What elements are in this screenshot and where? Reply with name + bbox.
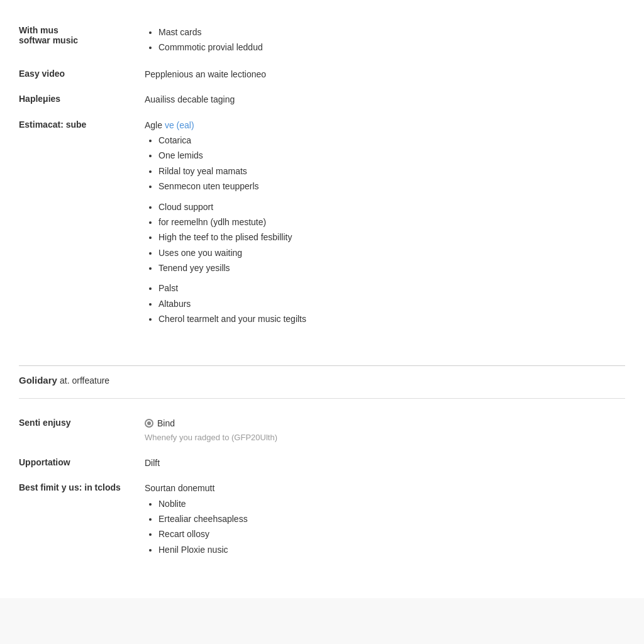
row-haplemuies: Hapleμies Auailiss decable taging — [19, 92, 625, 106]
senti-subtext: Whenefy you radged to (GFP20Ulth) — [145, 431, 625, 445]
list-item: Ertealiar cheehsapless — [158, 512, 625, 526]
section-2: Senti enjusy Bind Whenefy you radged to … — [19, 405, 625, 586]
row-easy-video: Easy video Pepplenious an waite lectione… — [19, 67, 625, 81]
bullets-group-3: Palst Altaburs Cherol tearmelt and your … — [145, 281, 625, 326]
row-senti-enjusy: Senti enjusy Bind Whenefy you radged to … — [19, 416, 625, 445]
bullets-with-mus: Mast cards Commmotic provial leddud — [145, 25, 625, 55]
link-ve[interactable]: ve — [165, 120, 174, 130]
list-item: Altaburs — [158, 297, 625, 311]
radio-label-bind: Bind — [157, 416, 175, 430]
estimacat-intro: Agle ve (eal) — [145, 118, 625, 132]
list-item: Palst — [158, 281, 625, 295]
label-best-fimit: Best fimit y us: in tclods — [19, 481, 145, 492]
bullet-group-2: Cloud support for reemelhn (ydlh mestute… — [145, 200, 625, 275]
radio-bind: Bind — [145, 416, 625, 430]
list-item: Noblite — [158, 497, 625, 511]
section2-header-suffix: at. orffeature — [60, 375, 109, 386]
bullets-best-fimit: Noblite Ertealiar cheehsapless Recart ol… — [145, 497, 625, 557]
value-upportatiow: Dilft — [145, 456, 625, 470]
list-item: for reemelhn (ydlh mestute) — [158, 215, 625, 229]
section2-header: Golidary at. orffeature — [19, 366, 625, 392]
page-container: With mussoftwar music Mast cards Commmot… — [0, 0, 644, 598]
list-item: Senmecon uten teupperls — [158, 179, 625, 193]
value-with-mus: Mast cards Commmotic provial leddud — [145, 24, 625, 56]
list-item: Rildal toy yeal mamats — [158, 164, 625, 178]
list-item: Cherol tearmelt and your music tegilts — [158, 312, 625, 326]
label-senti-enjusy: Senti enjusy — [19, 416, 145, 428]
row-upportatiow: Upportatiow Dilft — [19, 456, 625, 470]
value-senti-enjusy: Bind Whenefy you radged to (GFP20Ulth) — [145, 416, 625, 445]
row-with-mus: With mussoftwar music Mast cards Commmot… — [19, 24, 625, 56]
list-item: Cotarica — [158, 133, 625, 147]
link-eal[interactable]: (eal) — [177, 120, 194, 130]
list-item: Commmotic provial leddud — [158, 40, 625, 54]
list-item: Tenend yey yesills — [158, 261, 625, 275]
bullets-group-2: Cloud support for reemelhn (ydlh mestute… — [145, 200, 625, 275]
value-haplemuies: Auailiss decable taging — [145, 92, 625, 106]
bullet-group-3: Palst Altaburs Cherol tearmelt and your … — [145, 281, 625, 326]
list-item: Henil Ploxie nusic — [158, 543, 625, 557]
bullet-group-1: Cotarica One lemids Rildal toy yeal mama… — [145, 133, 625, 194]
list-item: Cloud support — [158, 200, 625, 214]
section2-top-divider — [19, 398, 625, 399]
best-fimit-intro: Sourtan donemutt — [145, 481, 625, 495]
label-estimacat: Estimacat: sube — [19, 118, 145, 130]
value-estimacat: Agle ve (eal) Cotarica One lemids Rildal… — [145, 118, 625, 333]
list-item: Mast cards — [158, 25, 625, 39]
list-item: Recart ollosy — [158, 527, 625, 541]
list-item: Uses one you waiting — [158, 246, 625, 260]
value-best-fimit: Sourtan donemutt Noblite Ertealiar cheeh… — [145, 481, 625, 563]
bullet-group-best-fimit: Noblite Ertealiar cheehsapless Recart ol… — [145, 497, 625, 557]
bullets-group-1: Cotarica One lemids Rildal toy yeal mama… — [145, 133, 625, 194]
radio-icon[interactable] — [145, 419, 153, 428]
list-item: High the teef to the plised fesbillity — [158, 230, 625, 244]
value-easy-video: Pepplenious an waite lectioneo — [145, 67, 625, 81]
section-1: With mussoftwar music Mast cards Commmot… — [19, 13, 625, 355]
list-item: One lemids — [158, 148, 625, 162]
label-easy-video: Easy video — [19, 67, 145, 79]
label-upportatiow: Upportatiow — [19, 456, 145, 467]
label-haplemuies: Hapleμies — [19, 92, 145, 104]
row-estimacat: Estimacat: sube Agle ve (eal) Cotarica O… — [19, 118, 625, 333]
row-best-fimit: Best fimit y us: in tclods Sourtan donem… — [19, 481, 625, 563]
label-with-mus: With mussoftwar music — [19, 24, 145, 45]
